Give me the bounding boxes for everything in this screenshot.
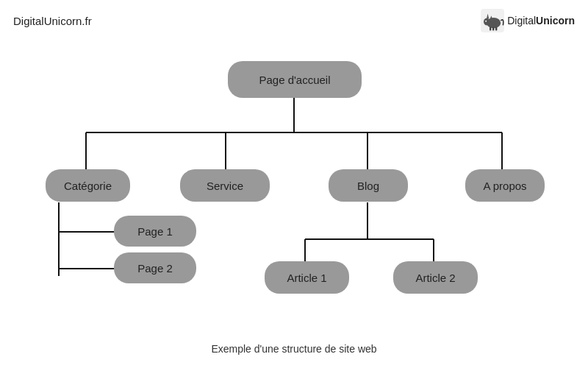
svg-point-2 [484,18,490,26]
svg-point-5 [485,21,487,22]
logo: DigitalUnicorn [481,9,575,32]
node-apropos: A propos [465,169,545,202]
node-blog: Blog [329,169,408,202]
site-title: DigitalUnicorn.fr [13,15,92,27]
logo-icon [481,9,504,32]
header: DigitalUnicorn.fr DigitalUnicorn [0,0,588,32]
svg-rect-7 [492,27,494,31]
node-page1: Page 1 [114,216,196,247]
node-page2: Page 2 [114,252,196,283]
svg-rect-6 [490,27,491,31]
logo-text: DigitalUnicorn [507,15,575,26]
caption: Exemple d'une structure de site web [211,343,376,355]
node-categorie: Catégorie [46,169,130,202]
node-article2: Article 2 [393,261,478,294]
diagram: Page d'accueil Catégorie Service Blog A … [0,33,588,342]
svg-rect-8 [495,27,497,31]
node-root: Page d'accueil [228,61,362,98]
node-article1: Article 1 [265,261,349,294]
node-service: Service [180,169,270,202]
